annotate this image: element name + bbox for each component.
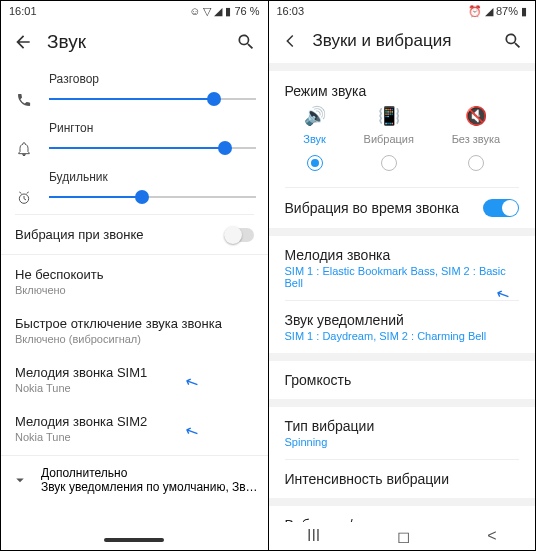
content: Режим звука 🔊 Звук 📳 Вибрация 🔇 Без [269,63,536,522]
sound-mode-block: Режим звука 🔊 Звук 📳 Вибрация 🔇 Без [269,71,536,187]
row-secondary: SIM 1 : Elastic Bookmark Bass, SIM 2 : B… [285,265,520,289]
back-icon[interactable] [13,32,33,52]
bell-icon [13,121,35,157]
slider-ringtone[interactable] [49,139,256,157]
radio[interactable] [468,155,484,171]
slider-label: Разговор [49,72,256,86]
header: Звуки и вибрация [269,21,536,63]
row-system-sounds[interactable]: Вибрация/системные звуки Настройка звуко… [269,506,536,522]
phone-right: 16:03 ⏰ ◢ 87% ▮ Звуки и вибрация Режим з… [269,1,536,550]
signal-icon: ◢ [485,5,493,18]
slider-row-alarm: Будильник [1,163,268,212]
row-primary: Дополнительно [41,466,258,480]
wifi-icon: ▽ [203,5,211,18]
row-notification-sound[interactable]: Звук уведомлений SIM 1 : Daydream, SIM 2… [269,301,536,353]
row-primary: Вибрация/системные звуки [285,517,520,522]
back-icon[interactable] [281,32,299,50]
row-primary: Громкость [285,372,520,388]
row-ringtone[interactable]: Мелодия звонка SIM 1 : Elastic Bookmark … [269,236,536,300]
row-secondary: Включено (вибросигнал) [15,333,254,345]
speaker-icon: 🔊 [304,105,326,127]
chevron-down-icon [11,471,29,489]
row-ringtone-sim1[interactable]: Мелодия звонка SIM1 Nokia Tune ↖ [1,355,268,404]
mode-label: Звук [303,133,326,145]
status-time: 16:03 [277,5,305,17]
mode-mute[interactable]: 🔇 Без звука [452,105,501,171]
mode-vibrate[interactable]: 📳 Вибрация [364,105,414,171]
phone-icon [13,72,35,108]
row-primary: Не беспокоить [15,267,254,282]
row-secondary: Nokia Tune [15,431,254,443]
row-volume[interactable]: Громкость [269,361,536,399]
radio-selected[interactable] [307,155,323,171]
slider-label: Будильник [49,170,256,184]
row-ringtone-sim2[interactable]: Мелодия звонка SIM2 Nokia Tune ↖ [1,404,268,453]
slider-label: Рингтон [49,121,256,135]
row-vibrate-on-ring[interactable]: Вибрация при звонке [1,217,268,252]
smile-icon: ☺ [189,5,200,17]
row-secondary: Включено [15,284,254,296]
status-time: 16:01 [9,5,37,17]
mode-label: Без звука [452,133,501,145]
row-primary: Мелодия звонка [285,247,520,263]
row-primary: Вибрация во время звонка [285,200,460,216]
battery-text: 76 % [234,5,259,17]
block-title: Режим звука [285,83,520,99]
recents-icon[interactable]: III [307,527,320,545]
status-bar: 16:03 ⏰ ◢ 87% ▮ [269,1,536,21]
row-vibration-intensity[interactable]: Интенсивность вибрации [269,460,536,498]
row-dnd[interactable]: Не беспокоить Включено [1,257,268,306]
row-primary: Мелодия звонка SIM2 [15,414,254,429]
slider-row-ringtone: Рингтон [1,114,268,163]
alarm-indicator-icon: ⏰ [468,5,482,18]
mode-sound[interactable]: 🔊 Звук [303,105,326,171]
page-title: Звук [47,31,222,53]
nav-pill-icon [104,538,164,542]
alarm-icon [13,170,35,206]
row-secondary: Spinning [285,436,520,448]
battery-icon: ▮ [521,5,527,18]
page-title: Звуки и вибрация [313,31,490,51]
phone-left: 16:01 ☺ ▽ ◢ ▮ 76 % Звук Разговор [1,1,268,550]
back-nav-icon[interactable]: < [487,527,496,545]
row-quick-mute[interactable]: Быстрое отключение звука звонка Включено… [1,306,268,355]
status-right: ⏰ ◢ 87% ▮ [468,5,527,18]
status-right: ☺ ▽ ◢ ▮ 76 % [189,5,259,18]
row-more[interactable]: Дополнительно Звук уведомления по умолча… [1,458,268,502]
slider-call[interactable] [49,90,256,108]
battery-text: 87% [496,5,518,17]
search-icon[interactable] [503,31,523,51]
row-vibrate-while-ring[interactable]: Вибрация во время звонка [269,188,536,228]
signal-icon: ◢ [214,5,222,18]
toggle-off[interactable] [224,228,254,242]
row-secondary: Nokia Tune [15,382,254,394]
mute-icon: 🔇 [465,105,487,127]
row-secondary: Звук уведомления по умолчанию, Звук буди… [41,480,258,494]
battery-icon: ▮ [225,5,231,18]
nav-bar: III ◻ < [269,522,536,550]
header: Звук [1,21,268,65]
status-bar: 16:01 ☺ ▽ ◢ ▮ 76 % [1,1,268,21]
row-primary: Быстрое отключение звука звонка [15,316,254,331]
mode-label: Вибрация [364,133,414,145]
search-icon[interactable] [236,32,256,52]
slider-alarm[interactable] [49,188,256,206]
row-vibration-type[interactable]: Тип вибрации Spinning [269,407,536,459]
row-label: Вибрация при звонке [15,227,144,242]
home-icon[interactable]: ◻ [397,527,410,546]
content: Разговор Рингтон Будильник [1,65,268,530]
row-primary: Интенсивность вибрации [285,471,520,487]
vibrate-icon: 📳 [378,105,400,127]
row-secondary: SIM 1 : Daydream, SIM 2 : Charming Bell [285,330,520,342]
slider-row-call: Разговор [1,65,268,114]
row-primary: Мелодия звонка SIM1 [15,365,254,380]
row-primary: Звук уведомлений [285,312,520,328]
radio[interactable] [381,155,397,171]
toggle-on[interactable] [483,199,519,217]
row-primary: Тип вибрации [285,418,520,434]
nav-bar[interactable] [1,530,268,550]
